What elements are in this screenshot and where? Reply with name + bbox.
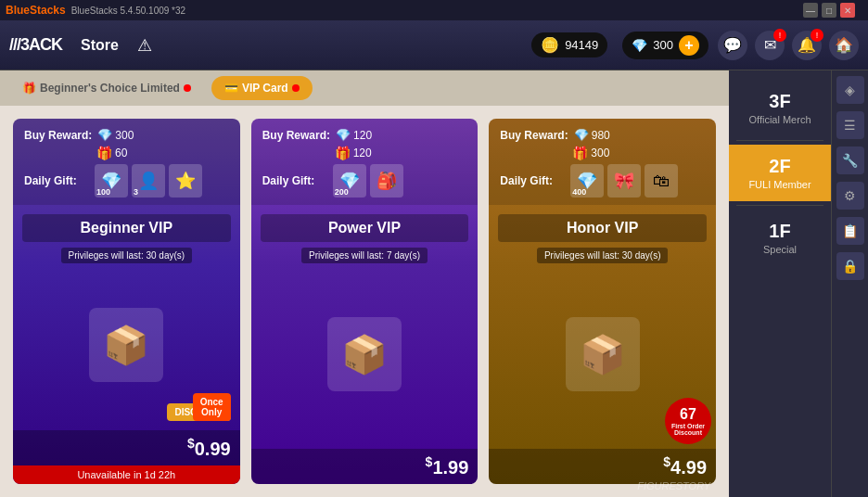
gem-icon-2: 💎 xyxy=(336,128,351,142)
daily-label-2: Daily Gift: xyxy=(262,174,327,187)
honor-vip-title: Honor VIP xyxy=(498,214,707,242)
daily-label-1: Daily Gift: xyxy=(24,174,89,187)
diamond-icon: 💎 xyxy=(632,38,647,53)
title-bar: BlueStacks BlueStacks 5.4.50.1009 *32 — … xyxy=(0,0,868,20)
buy-reward-gift-1: 60 xyxy=(115,147,127,159)
currency-amount: 94149 xyxy=(565,38,598,52)
floor-2f-label: FULI Member xyxy=(736,179,823,190)
floor-1f-label: Special xyxy=(736,244,823,255)
alert-icon[interactable]: ⚠ xyxy=(137,35,152,56)
beginner-vip-card[interactable]: Buy Reward: 💎 300 🎁 60 Daily Gift: xyxy=(13,119,240,484)
power-vip-card[interactable]: Buy Reward: 💎 120 🎁 120 Daily Gift xyxy=(251,119,479,484)
daily-item-3-3: 🛍 xyxy=(645,164,678,198)
main-area: 🎁 Beginner's Choice Limited 💳 VIP Card B… xyxy=(0,70,868,497)
floor-1f-number: 1F xyxy=(736,221,823,242)
chat-button[interactable]: 💬 xyxy=(718,31,747,60)
beginner-card-top: Buy Reward: 💎 300 🎁 60 Daily Gift: xyxy=(13,119,240,205)
nav-right-icons: 💬 ✉ ! 🔔 ! 🏠 xyxy=(718,31,859,60)
buy-reward-label-1: Buy Reward: xyxy=(24,129,92,142)
buy-reward-gem-1: 300 xyxy=(115,129,134,142)
tab-beginners-dot xyxy=(184,84,191,92)
honor-card-top: Buy Reward: 💎 980 🎁 300 Daily Gift xyxy=(489,119,716,205)
floor-1f[interactable]: 1F Special xyxy=(729,210,831,266)
content-area: 🎁 Beginner's Choice Limited 💳 VIP Card B… xyxy=(0,70,729,497)
tab-vip-card[interactable]: 💳 VIP Card xyxy=(211,76,313,100)
daily-item-1-1: 💎100 xyxy=(95,164,128,198)
tab-vip-icon: 💳 xyxy=(224,82,238,95)
daily-items-2: 💎200 🎒 xyxy=(333,164,403,198)
vip-cards-container: Buy Reward: 💎 300 🎁 60 Daily Gift: xyxy=(0,106,729,497)
buy-reward-gift-2: 120 xyxy=(353,147,372,159)
sidebar-icon-3[interactable]: 🔧 xyxy=(836,147,864,174)
buy-reward-label-3: Buy Reward: xyxy=(500,129,568,142)
honor-package-img: 📦 xyxy=(566,317,640,391)
daily-items-3: 💎400 🎀 🛍 xyxy=(570,164,678,198)
mail-button[interactable]: ✉ ! xyxy=(755,31,785,60)
power-vip-title: Power VIP xyxy=(261,214,469,242)
honor-price-bar[interactable]: $4.99 xyxy=(489,449,716,484)
honor-price: $4.99 xyxy=(663,454,707,478)
power-card-top: Buy Reward: 💎 120 🎁 120 Daily Gift xyxy=(251,119,479,205)
honor-vip-card[interactable]: Buy Reward: 💎 980 🎁 300 Daily Gift xyxy=(489,119,716,484)
home-button[interactable]: 🏠 xyxy=(829,31,859,60)
page-title: Store xyxy=(81,37,119,54)
floor-nav: 3F Official Merch 2F FULI Member 1F Spec… xyxy=(729,70,831,497)
beginner-card-body: Beginner VIP Privileges will last: 30 da… xyxy=(13,205,240,430)
tab-chest-icon: 🎁 xyxy=(22,82,36,95)
beginner-privileges: Privileges will last: 30 day(s) xyxy=(61,248,193,263)
app-logo: BlueStacks xyxy=(6,4,66,17)
power-card-body: Power VIP Privileges will last: 7 day(s)… xyxy=(251,205,479,449)
first-order-label: First Order Discount xyxy=(665,423,711,436)
add-diamonds-button[interactable]: + xyxy=(679,35,699,56)
floor-2f[interactable]: 2F FULI Member xyxy=(729,145,831,201)
sidebar-icon-6[interactable]: 🔒 xyxy=(836,252,864,280)
beginner-package-img: 📦 xyxy=(89,308,163,382)
daily-item-3-2: 🎀 xyxy=(607,164,641,198)
gem-icon-3: 💎 xyxy=(574,128,589,142)
gift-icon-2: 🎁 xyxy=(335,146,351,160)
sidebar-icon-4[interactable]: ⚙ xyxy=(836,182,864,210)
beginner-unavail-banner: Unavailable in 1d 22h xyxy=(13,465,240,484)
sidebar-icon-5[interactable]: 📋 xyxy=(836,217,864,245)
gift-icon-1: 🎁 xyxy=(96,146,112,160)
mail-badge: ! xyxy=(773,29,786,42)
floor-divider-1 xyxy=(736,140,823,141)
tab-vip-label: VIP Card xyxy=(242,82,288,95)
floor-3f-label: Official Merch xyxy=(736,114,823,125)
daily-item-2-1: 💎200 xyxy=(333,164,366,198)
daily-item-2-2: 🎒 xyxy=(370,164,403,198)
honor-privileges: Privileges will last: 30 day(s) xyxy=(537,248,669,263)
gem-icon-1: 💎 xyxy=(97,128,112,142)
sidebar-icon-1[interactable]: ◈ xyxy=(836,76,864,104)
buy-reward-gift-3: 300 xyxy=(591,147,609,159)
title-bar-left: BlueStacks BlueStacks 5.4.50.1009 *32 xyxy=(6,4,185,17)
daily-row-1: Daily Gift: 💎100 👤3 ⭐ xyxy=(24,164,229,198)
sidebar-icon-2[interactable]: ☰ xyxy=(836,111,864,139)
buy-reward-label-2: Buy Reward: xyxy=(262,129,330,142)
honor-image-area: 📦 67 First Order Discount xyxy=(498,269,707,440)
minimize-button[interactable]: — xyxy=(803,3,818,18)
tab-beginners-choice[interactable]: 🎁 Beginner's Choice Limited xyxy=(9,76,204,100)
right-sidebar: ◈ ☰ 🔧 ⚙ 📋 🔒 xyxy=(831,70,868,497)
power-image-area: 📦 xyxy=(261,269,469,440)
diamond-count: 300 xyxy=(653,38,673,52)
diamond-display: 💎 300 + xyxy=(622,32,708,59)
coin-icon: 🪙 xyxy=(541,36,559,54)
nav-bar: ///3ACK Store ⚠ 🪙 94149 💎 300 + 💬 ✉ ! 🔔 … xyxy=(0,20,868,70)
power-price-bar[interactable]: $1.99 xyxy=(251,449,479,484)
daily-row-2: Daily Gift: 💎200 🎒 xyxy=(262,164,467,198)
first-order-badge: 67 First Order Discount xyxy=(665,398,711,444)
maximize-button[interactable]: □ xyxy=(822,3,836,18)
buy-reward-gem-3: 980 xyxy=(592,129,610,142)
tab-bar: 🎁 Beginner's Choice Limited 💳 VIP Card xyxy=(0,70,729,106)
notification-button[interactable]: 🔔 ! xyxy=(792,31,822,60)
daily-items-1: 💎100 👤3 ⭐ xyxy=(95,164,202,198)
close-button[interactable]: ✕ xyxy=(840,3,855,18)
title-bar-controls[interactable]: — □ ✕ xyxy=(803,3,862,18)
floor-3f[interactable]: 3F Official Merch xyxy=(729,80,831,136)
tab-beginners-label: Beginner's Choice Limited xyxy=(40,82,180,95)
daily-item-1-3: ⭐ xyxy=(169,164,202,198)
beginner-price-bar[interactable]: $0.99 xyxy=(13,430,240,465)
floor-2f-number: 2F xyxy=(736,156,823,177)
daily-item-1-2: 👤3 xyxy=(132,164,165,198)
